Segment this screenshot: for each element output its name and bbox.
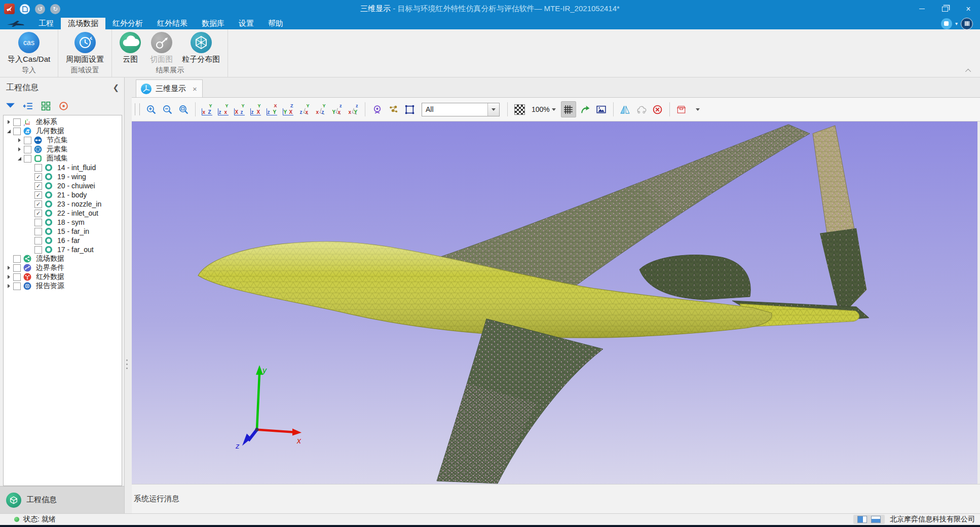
tree-row-face-23-nozzle-in[interactable]: ✓23 - nozzle_in: [4, 199, 122, 209]
app-logo-icon[interactable]: [4, 4, 15, 14]
particle-trace-button[interactable]: [386, 102, 400, 117]
surface-filter-combobox[interactable]: All: [422, 103, 500, 116]
camera-view-button[interactable]: [370, 102, 384, 117]
menu-item-ir-analysis[interactable]: 红外分析: [105, 18, 150, 29]
viewport-3d[interactable]: y x z: [132, 121, 977, 484]
project-info-bottom-tab[interactable]: 工程信息: [0, 486, 124, 513]
export-share-button[interactable]: [578, 102, 592, 117]
view-bottom-button[interactable]: ZYX: [281, 102, 295, 117]
menu-item-project[interactable]: 工程: [31, 18, 61, 29]
checkbox-unchecked[interactable]: [24, 137, 31, 144]
expander-collapsed-icon[interactable]: [16, 138, 22, 142]
view-top-button[interactable]: XzY: [265, 102, 279, 117]
tree-row-face-20-chuiwei[interactable]: ✓20 - chuiwei: [4, 181, 122, 190]
checkbox-unchecked[interactable]: [34, 246, 42, 254]
scene-3d[interactable]: y x z: [132, 121, 977, 484]
layout-panels-icon[interactable]: [961, 18, 973, 30]
view-left-button[interactable]: YXz: [233, 102, 247, 117]
tree-row-face-14-int-fluid[interactable]: 14 - int_fluid: [4, 163, 122, 172]
menu-item-flow-field-data[interactable]: 流场数据: [61, 18, 105, 29]
checkbox-unchecked[interactable]: [13, 255, 21, 263]
tree-row-face-19-wing[interactable]: ✓19 - wing: [4, 172, 122, 181]
redo-icon[interactable]: ↻: [50, 4, 60, 14]
checkbox-unchecked[interactable]: [13, 118, 21, 126]
mirror-display-button[interactable]: [618, 102, 632, 117]
tree-row-infrared-data[interactable]: 红外数据: [4, 272, 122, 281]
expander-collapsed-icon[interactable]: [6, 120, 12, 124]
ribbon-collapse-button[interactable]: [966, 68, 972, 74]
tab-3d-view[interactable]: 三维显示 ×: [136, 79, 203, 97]
tree-row-report-resources[interactable]: 报告资源: [4, 281, 122, 291]
tree-row-face-16-far[interactable]: 16 - far: [4, 236, 122, 245]
clear-scene-button[interactable]: [651, 102, 665, 117]
layout-bottom-panel-icon[interactable]: [871, 516, 881, 523]
checkbox-unchecked[interactable]: [24, 146, 31, 153]
menu-item-help[interactable]: 帮助: [261, 18, 290, 29]
snapshot-image-button[interactable]: [594, 102, 609, 117]
checkbox-checked[interactable]: ✓: [34, 210, 42, 217]
zoom-in-button[interactable]: [144, 102, 158, 117]
tree-row-boundary-conditions[interactable]: 边界条件: [4, 263, 122, 272]
panel-collapse-button[interactable]: ❮: [112, 83, 119, 92]
tree-row-face-domain-set[interactable]: 面域集: [4, 154, 122, 163]
undo-icon[interactable]: ↺: [35, 4, 45, 14]
checkbox-checked[interactable]: ✓: [34, 200, 42, 208]
checkbox-unchecked[interactable]: [13, 282, 21, 290]
checkbox-unchecked[interactable]: [34, 237, 42, 245]
view-iso-nw-button[interactable]: zxY: [346, 102, 360, 117]
minimize-button[interactable]: [910, 0, 933, 18]
contour-plot-button[interactable]: 云图: [115, 32, 145, 64]
opacity-percent-dropdown[interactable]: 100%: [529, 105, 559, 113]
checkbox-checked[interactable]: ✓: [34, 182, 42, 190]
chevron-down-icon[interactable]: ▾: [955, 21, 958, 26]
toolbar-drag-handle[interactable]: [135, 103, 140, 115]
tree-row-face-17-far-out[interactable]: 17 - far_out: [4, 245, 122, 254]
zoom-out-button[interactable]: [160, 102, 174, 117]
checkbox-unchecked[interactable]: [13, 273, 21, 281]
cloud-display-button[interactable]: [634, 102, 649, 117]
particle-distribution-plot-button[interactable]: 粒子分布图: [177, 32, 224, 64]
opacity-checker-button[interactable]: [512, 102, 526, 117]
checkbox-unchecked[interactable]: [34, 228, 42, 235]
view-iso-sw-button[interactable]: Yzx: [297, 102, 312, 117]
close-button[interactable]: ×: [957, 0, 980, 18]
theme-style-icon[interactable]: [941, 18, 952, 29]
tree-row-geometry-data[interactable]: 几何数据: [4, 127, 122, 136]
expander-expanded-icon[interactable]: [16, 157, 22, 160]
checkbox-unchecked[interactable]: [34, 164, 42, 172]
expander-expanded-icon[interactable]: [6, 130, 12, 133]
box-select-button[interactable]: [402, 102, 417, 117]
menu-item-ir-results[interactable]: 红外结果: [150, 18, 195, 29]
mesh-grid-toggle-button[interactable]: [561, 101, 576, 117]
tree-row-node-set[interactable]: 节点集: [4, 136, 122, 145]
menu-item-database[interactable]: 数据库: [195, 18, 232, 29]
tree-row-coordinate-system[interactable]: Yzx坐标系: [4, 117, 122, 127]
filter-icon[interactable]: [5, 101, 16, 111]
expander-collapsed-icon[interactable]: [6, 284, 12, 288]
checkbox-unchecked[interactable]: [13, 264, 21, 272]
view-iso-se-button[interactable]: Yxz: [314, 102, 328, 117]
save-view-button[interactable]: [674, 102, 689, 117]
save-view-dropdown-button[interactable]: [691, 102, 705, 117]
expander-collapsed-icon[interactable]: [6, 275, 12, 279]
checkbox-unchecked[interactable]: [13, 128, 21, 135]
menu-item-settings[interactable]: 设置: [232, 18, 261, 29]
view-right-button[interactable]: YzX: [249, 102, 263, 117]
locate-target-icon[interactable]: [58, 101, 69, 111]
tree-row-element-set[interactable]: 元素集: [4, 145, 122, 154]
maximize-button[interactable]: [933, 0, 957, 18]
tree-row-face-15-far-in[interactable]: 15 - far_in: [4, 227, 122, 236]
checkbox-checked[interactable]: ✓: [34, 173, 42, 181]
tree-row-face-21-body[interactable]: ✓21 - body: [4, 190, 122, 199]
import-cas-dat-button[interactable]: cas导入Cas/Dat: [3, 32, 55, 64]
view-front-button[interactable]: YxZ: [200, 102, 214, 117]
tree-row-face-18-sym[interactable]: 18 - sym: [4, 218, 122, 227]
tab-close-icon[interactable]: ×: [193, 85, 197, 93]
outline-list-icon[interactable]: [23, 101, 33, 111]
expander-collapsed-icon[interactable]: [6, 266, 12, 270]
expander-collapsed-icon[interactable]: [16, 147, 22, 151]
view-back-button[interactable]: Yzx: [216, 102, 231, 117]
new-document-icon[interactable]: [20, 4, 30, 14]
combobox-dropdown-button[interactable]: [487, 103, 499, 116]
checkbox-checked[interactable]: ✓: [34, 191, 42, 199]
